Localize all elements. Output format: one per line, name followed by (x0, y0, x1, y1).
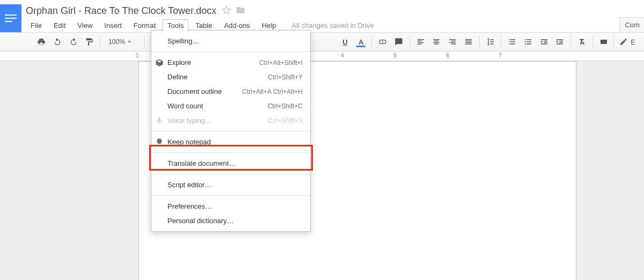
toolbar-separator (100, 36, 100, 48)
title-area: Orphan Girl - Race To The Clock Tower.do… (26, 2, 644, 32)
bulleted-list-button[interactable] (521, 35, 536, 49)
menu-divider (151, 152, 310, 153)
title-row: Orphan Girl - Race To The Clock Tower.do… (26, 4, 644, 17)
star-icon[interactable] (222, 5, 231, 17)
print-button[interactable] (34, 35, 49, 49)
align-center-button[interactable] (429, 35, 444, 49)
menu-item-shortcut: Ctrl+Shift+C (268, 102, 303, 110)
menu-item-label: Word count (167, 102, 261, 110)
zoom-select[interactable]: 100% (104, 35, 141, 49)
insert-link-button[interactable] (375, 35, 390, 49)
decrease-indent-button[interactable] (537, 35, 552, 49)
menu-item-define[interactable]: DefineCtrl+Shift+Y (151, 70, 310, 84)
svg-point-0 (525, 39, 526, 40)
menubar: FileEditViewInsertFormatToolsTableAdd-on… (26, 18, 644, 32)
menu-divider (151, 131, 310, 131)
increase-indent-button[interactable] (552, 35, 567, 49)
menu-item-spelling[interactable]: Spelling… (151, 34, 310, 48)
redo-button[interactable] (66, 35, 81, 49)
menu-view[interactable]: View (72, 19, 97, 32)
menu-item-shortcut: Ctrl+Shift+Y (268, 73, 303, 81)
align-justify-button[interactable] (461, 35, 476, 49)
line-spacing-button[interactable] (483, 35, 498, 49)
comments-button[interactable]: Com (619, 17, 644, 33)
explore-icon (155, 58, 164, 68)
docs-icon (5, 14, 17, 22)
workspace: 14567 (0, 51, 644, 280)
mic-icon (155, 116, 164, 126)
numbered-list-button[interactable] (504, 35, 519, 49)
menu-item-label: Keep notepad (167, 138, 303, 146)
insert-comment-button[interactable] (391, 35, 406, 49)
toolbar-separator (371, 36, 372, 48)
toolbar-separator (501, 36, 501, 48)
tools-menu-dropdown: Spelling…ExploreCtrl+Alt+Shift+IDefineCt… (151, 30, 311, 232)
ruler-number: 5 (393, 53, 397, 58)
toolbar-separator (479, 36, 480, 48)
zoom-value: 100% (108, 38, 125, 46)
menu-item-label: Translate document… (167, 159, 303, 167)
menu-divider (151, 51, 310, 52)
menu-item-preferences[interactable]: Preferences… (151, 199, 310, 213)
menu-item-keep-notepad[interactable]: Keep notepad (151, 135, 310, 149)
pencil-icon (619, 38, 628, 46)
header-right-actions: Com (619, 17, 644, 33)
menu-item-explore[interactable]: ExploreCtrl+Alt+Shift+I (151, 55, 310, 70)
chevron-down-icon (127, 40, 131, 44)
menu-item-translate-document[interactable]: Translate document… (151, 156, 310, 171)
menu-item-label: Preferences… (167, 202, 303, 210)
editing-mode-button[interactable]: E (613, 35, 641, 49)
menu-insert[interactable]: Insert (99, 19, 127, 32)
menu-item-word-count[interactable]: Word countCtrl+Shift+C (151, 99, 310, 113)
align-left-button[interactable] (413, 35, 428, 49)
align-right-button[interactable] (445, 35, 460, 49)
toolbar: 100% Head U A E (0, 32, 644, 51)
paint-format-button[interactable] (82, 35, 97, 49)
folder-icon[interactable] (236, 5, 245, 17)
menu-divider (151, 195, 310, 196)
menu-item-label: Voice typing… (167, 116, 261, 124)
menu-item-label: Spelling… (167, 37, 303, 45)
text-color-letter: A (358, 38, 363, 46)
toolbar-separator (144, 36, 145, 48)
menu-item-label: Document outline (167, 87, 236, 95)
ruler-number: 7 (499, 53, 502, 58)
ruler-number: 6 (446, 53, 449, 58)
menu-edit[interactable]: Edit (49, 19, 70, 32)
svg-point-2 (525, 43, 526, 45)
horizontal-ruler[interactable]: 14567 (0, 51, 644, 61)
docs-app-icon[interactable] (0, 4, 21, 32)
ruler-number: 4 (341, 53, 344, 58)
menu-item-label: Personal dictionary… (167, 217, 303, 225)
menu-item-shortcut: Ctrl+Alt+A Ctrl+Alt+H (242, 88, 303, 95)
toolbar-separator (409, 36, 410, 48)
menu-item-document-outline[interactable]: Document outlineCtrl+Alt+A Ctrl+Alt+H (151, 84, 310, 99)
menu-item-script-editor[interactable]: Script editor… (151, 178, 310, 192)
toolbar-separator (592, 36, 593, 48)
save-status: All changes saved in Drive (292, 21, 374, 30)
app-header: Orphan Girl - Race To The Clock Tower.do… (0, 0, 644, 32)
editing-mode-label: E (631, 38, 635, 46)
menu-item-label: Explore (167, 58, 253, 67)
ruler-number: 1 (136, 53, 139, 58)
title-icons (222, 5, 245, 17)
undo-button[interactable] (50, 35, 65, 49)
menu-divider (151, 174, 310, 174)
clear-formatting-button[interactable] (574, 35, 589, 49)
toolbar-separator (570, 36, 571, 48)
menu-item-voice-typing: Voice typing…Ctrl+Shift+S (151, 113, 310, 128)
document-title[interactable]: Orphan Girl - Race To The Clock Tower.do… (26, 5, 216, 17)
svg-point-1 (525, 41, 526, 42)
text-color-button[interactable]: A (354, 35, 369, 49)
input-tools-button[interactable] (596, 35, 611, 49)
svg-rect-3 (601, 40, 607, 44)
menu-item-label: Script editor… (167, 181, 303, 189)
menu-file[interactable]: File (26, 19, 47, 32)
menu-item-personal-dictionary[interactable]: Personal dictionary… (151, 213, 310, 228)
underline-button[interactable]: U (338, 35, 353, 49)
keep-icon (155, 137, 164, 147)
menu-tools[interactable]: Tools (163, 19, 188, 32)
menu-item-shortcut: Ctrl+Alt+Shift+I (259, 59, 303, 67)
menu-item-shortcut: Ctrl+Shift+S (268, 117, 303, 124)
underline-letter: U (342, 38, 347, 46)
